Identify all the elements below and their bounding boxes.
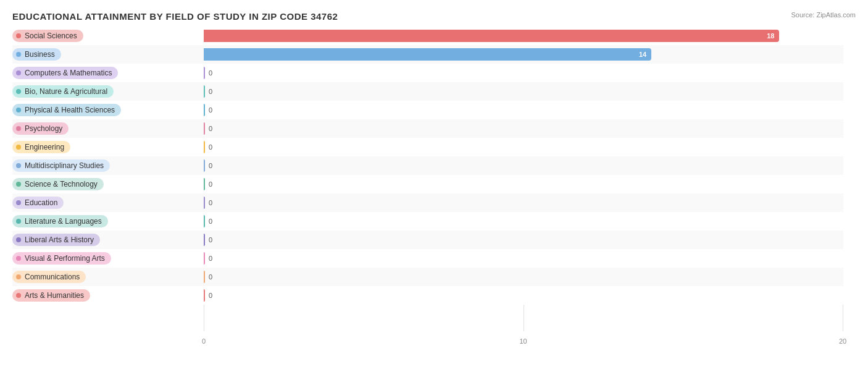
bar-label-text: Visual & Performing Arts	[25, 254, 105, 263]
bar-label-text: Arts & Humanities	[25, 291, 84, 300]
grid-label: 10	[519, 337, 527, 345]
bar-track: 14	[204, 48, 843, 61]
bars-area: Social Sciences18Business14Computers & M…	[12, 27, 843, 331]
bar-track: 0	[204, 159, 843, 172]
bar-label-text: Business	[25, 50, 55, 59]
bar-value: 0	[209, 255, 212, 262]
bar-fill	[204, 178, 205, 190]
grid-label: 0	[202, 337, 206, 345]
bar-track: 0	[204, 85, 843, 98]
bar-label-pill: Liberal Arts & History	[12, 234, 100, 246]
bar-value: 14	[639, 51, 646, 58]
bar-label-pill: Multidisciplinary Studies	[12, 159, 110, 172]
bar-label-pill: Science & Technology	[12, 178, 104, 190]
bar-fill	[204, 252, 205, 265]
bar-label-pill: Arts & Humanities	[12, 289, 90, 302]
chart-title: EDUCATIONAL ATTAINMENT BY FIELD OF STUDY…	[12, 11, 856, 22]
bar-value: 0	[209, 236, 212, 244]
table-row: Multidisciplinary Studies0	[12, 156, 843, 175]
table-row: Business14	[12, 45, 843, 64]
bar-dot	[16, 237, 21, 242]
bar-label-area: Arts & Humanities	[12, 289, 204, 302]
bar-track: 0	[204, 66, 843, 80]
bar-dot	[16, 70, 21, 75]
table-row: Communications0	[12, 268, 843, 286]
bar-label-text: Social Sciences	[25, 32, 77, 40]
bar-fill: 14	[204, 48, 651, 61]
bar-value: 0	[209, 143, 212, 151]
bar-label-text: Psychology	[25, 124, 62, 133]
bar-track: 0	[204, 122, 843, 135]
bar-value: 0	[209, 125, 212, 132]
bar-track: 0	[204, 270, 843, 284]
bar-dot	[16, 219, 21, 224]
bar-label-text: Bio, Nature & Agricultural	[25, 87, 107, 96]
bar-value: 0	[209, 88, 212, 95]
table-row: Psychology0	[12, 119, 843, 138]
bar-label-pill: Communications	[12, 271, 86, 283]
bar-track: 0	[204, 196, 843, 210]
bar-value: 0	[209, 106, 212, 114]
bar-label-pill: Literature & Languages	[12, 215, 108, 227]
bar-label-area: Communications	[12, 271, 204, 283]
bar-dot	[16, 33, 21, 38]
bar-dot	[16, 52, 21, 57]
table-row: Liberal Arts & History0	[12, 231, 843, 249]
bar-fill	[204, 215, 205, 227]
bar-label-pill: Social Sciences	[12, 30, 83, 42]
bar-label-area: Computers & Mathematics	[12, 67, 204, 79]
table-row: Social Sciences18	[12, 27, 843, 45]
grid-label: 20	[839, 337, 846, 345]
bar-fill	[204, 141, 205, 153]
bar-value: 0	[209, 273, 212, 281]
bar-fill	[204, 122, 205, 135]
bar-label-area: Business	[12, 48, 204, 61]
table-row: Education0	[12, 193, 843, 212]
bar-dot	[16, 200, 21, 205]
bar-dot	[16, 108, 21, 112]
bar-dot	[16, 274, 21, 279]
bar-value: 0	[209, 69, 212, 77]
bar-fill	[204, 104, 205, 116]
bar-label-area: Education	[12, 197, 204, 209]
source-label: Source: ZipAtlas.com	[791, 11, 856, 19]
bar-track: 0	[204, 214, 843, 228]
bar-label-text: Liberal Arts & History	[25, 235, 94, 244]
table-row: Science & Technology0	[12, 175, 843, 193]
bar-dot	[16, 145, 21, 150]
bar-label-area: Bio, Nature & Agricultural	[12, 85, 204, 98]
bar-label-pill: Bio, Nature & Agricultural	[12, 85, 114, 98]
bar-label-area: Psychology	[12, 122, 204, 135]
bar-label-area: Science & Technology	[12, 178, 204, 190]
bar-label-text: Literature & Languages	[25, 217, 102, 226]
table-row: Visual & Performing Arts0	[12, 249, 843, 268]
table-row: Bio, Nature & Agricultural0	[12, 82, 843, 101]
bar-value: 18	[767, 32, 774, 40]
bar-value: 0	[209, 180, 212, 188]
bar-fill	[204, 289, 205, 302]
bar-dot	[16, 163, 21, 168]
bar-label-text: Engineering	[25, 143, 64, 151]
bar-dot	[16, 89, 21, 94]
bar-label-area: Literature & Languages	[12, 215, 204, 227]
chart-area: 01020 Social Sciences18Business14Compute…	[12, 27, 856, 350]
bar-label-text: Education	[25, 198, 57, 207]
bar-label-area: Multidisciplinary Studies	[12, 159, 204, 172]
bar-label-pill: Business	[12, 48, 61, 61]
bar-label-area: Liberal Arts & History	[12, 234, 204, 246]
bar-label-area: Social Sciences	[12, 30, 204, 42]
table-row: Literature & Languages0	[12, 212, 843, 231]
bar-label-pill: Psychology	[12, 122, 69, 135]
bar-fill	[204, 67, 205, 79]
bar-dot	[16, 126, 21, 131]
bar-value: 0	[209, 199, 212, 206]
bar-track: 0	[204, 233, 843, 247]
bar-label-text: Computers & Mathematics	[25, 69, 112, 77]
table-row: Engineering0	[12, 138, 843, 156]
bar-dot	[16, 182, 21, 187]
bar-label-pill: Education	[12, 197, 64, 209]
bar-fill	[204, 159, 205, 172]
bar-label-pill: Visual & Performing Arts	[12, 252, 111, 265]
bar-value: 0	[209, 162, 212, 169]
bar-track: 0	[204, 252, 843, 265]
